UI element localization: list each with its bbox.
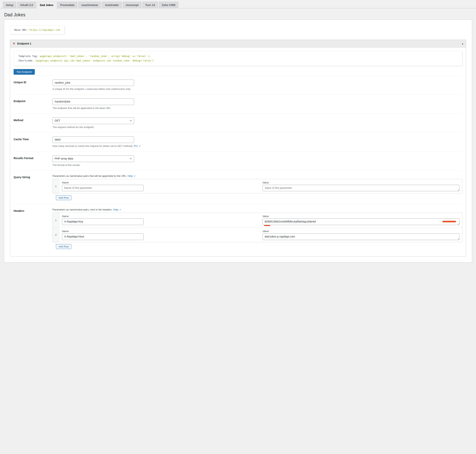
cache-time-help: How many seconds to cache this request f… bbox=[52, 144, 462, 147]
base-url-box: Base URL: https://rapidapi.com bbox=[10, 25, 65, 34]
results-format-select[interactable]: PHP array data bbox=[52, 155, 134, 162]
external-link-icon: ⇗ bbox=[134, 175, 135, 177]
row-number: 1 bbox=[53, 213, 59, 227]
query-string-intro: Parameters as name/value pairs that will… bbox=[52, 174, 462, 177]
tab-bar: Setup OAuth 2.0 Dad Jokes Promodata ssac… bbox=[0, 0, 476, 8]
hdr-value-input-1[interactable] bbox=[263, 219, 460, 225]
hdr-name-label: Name bbox=[62, 215, 259, 218]
query-string-help-link[interactable]: Help ⇗ bbox=[128, 174, 135, 177]
table-row: 1 Name Value bbox=[53, 213, 462, 228]
close-icon[interactable]: ✕ bbox=[13, 42, 15, 45]
cache-time-label: Cache Time bbox=[14, 136, 52, 148]
endpoint-help: The endpoint that will be appended to th… bbox=[52, 106, 462, 110]
page-title: Dad Jokes bbox=[4, 12, 472, 17]
unique-id-label: Unique ID bbox=[14, 80, 52, 91]
tab-turn14[interactable]: Turn 14 bbox=[142, 2, 158, 8]
tab-niconcept[interactable]: niconcept bbox=[123, 2, 141, 8]
hdr-value-label: Value bbox=[263, 215, 460, 218]
qs-name-input[interactable] bbox=[62, 185, 144, 191]
hdr-name-input-2[interactable] bbox=[62, 234, 144, 240]
query-string-label: Query String bbox=[14, 174, 52, 200]
tab-setup[interactable]: Setup bbox=[3, 2, 16, 8]
hdr-add-row-button[interactable]: Add Row bbox=[56, 244, 71, 249]
base-url-value: https://rapidapi.com bbox=[29, 28, 60, 31]
collapse-icon[interactable]: ▴ bbox=[462, 42, 463, 45]
unique-id-input[interactable] bbox=[52, 80, 134, 86]
tab-dad-jokes[interactable]: Dad Jokes bbox=[37, 2, 56, 8]
unique-id-help: A unique ID for this endpoint. Lowercase… bbox=[52, 88, 462, 91]
pro-link[interactable]: Pro ⇗ bbox=[134, 144, 140, 147]
tab-zoho[interactable]: Zoho CRM bbox=[159, 2, 178, 8]
template-tag-label: Template Tag: bbox=[18, 55, 40, 58]
hdr-value-input-2[interactable] bbox=[263, 234, 460, 240]
endpoint-input[interactable] bbox=[52, 98, 134, 105]
redaction-mark bbox=[264, 225, 270, 226]
redaction-mark bbox=[442, 221, 456, 222]
shortcode-value: [wpgetapi_endpoint api_id='dad_jokes' en… bbox=[35, 59, 154, 62]
endpoint-panel: ✕ Endpoint 1 ▴ Template Tag: wpgetapi_en… bbox=[10, 40, 466, 257]
query-string-table: 1 Name Value bbox=[52, 179, 462, 194]
endpoint-label: Endpoint bbox=[14, 98, 52, 110]
method-label: Method bbox=[14, 117, 52, 129]
base-url-label: Base URL: bbox=[14, 28, 29, 31]
endpoint-header[interactable]: ✕ Endpoint 1 ▴ bbox=[10, 40, 466, 47]
hdr-name-label: Name bbox=[62, 230, 259, 233]
headers-label: Headers bbox=[14, 208, 52, 249]
tab-oauth[interactable]: OAuth 2.0 bbox=[17, 2, 36, 8]
code-box: Template Tag: wpgetapi_endpoint( 'dad_jo… bbox=[14, 51, 462, 66]
tab-promodata[interactable]: Promodata bbox=[57, 2, 77, 8]
tab-ssactivewear[interactable]: ssactivewear bbox=[78, 2, 101, 8]
endpoint-title: Endpoint 1 bbox=[17, 42, 31, 45]
qs-add-row-button[interactable]: Add Row bbox=[56, 195, 71, 200]
hdr-name-input-1[interactable] bbox=[62, 219, 144, 225]
method-help: The request method for this endpoint. bbox=[52, 126, 462, 129]
qs-value-label: Value bbox=[263, 181, 460, 184]
row-number: 1 bbox=[53, 179, 59, 193]
results-format-label: Results Format bbox=[14, 155, 52, 166]
template-tag-value: wpgetapi_endpoint( 'dad_jokes', 'random_… bbox=[40, 55, 151, 58]
test-endpoint-button[interactable]: Test Endpoint bbox=[14, 69, 35, 75]
table-row: 1 Name Value bbox=[53, 179, 462, 193]
main-panel: Base URL: https://rapidapi.com ✕ Endpoin… bbox=[4, 19, 472, 263]
qs-name-label: Name bbox=[62, 181, 259, 184]
results-format-help: The format of the results. bbox=[52, 164, 462, 166]
hdr-value-label: Value bbox=[263, 230, 460, 233]
headers-table: 1 Name Value bbox=[52, 213, 462, 242]
headers-intro: Parameters as name/value pairs, sent in … bbox=[52, 208, 462, 211]
headers-help-link[interactable]: Help ⇗ bbox=[113, 208, 121, 211]
external-link-icon: ⇗ bbox=[139, 145, 140, 147]
shortcode-label: Shortcode: bbox=[18, 59, 35, 62]
external-link-icon: ⇗ bbox=[119, 209, 121, 211]
qs-value-input[interactable] bbox=[263, 185, 460, 191]
table-row: 2 Name Value bbox=[53, 228, 462, 242]
row-number: 2 bbox=[53, 228, 59, 242]
tab-autotrader[interactable]: Autotrader bbox=[102, 2, 122, 8]
cache-time-input[interactable] bbox=[52, 136, 134, 143]
method-select[interactable]: GET bbox=[52, 117, 134, 124]
